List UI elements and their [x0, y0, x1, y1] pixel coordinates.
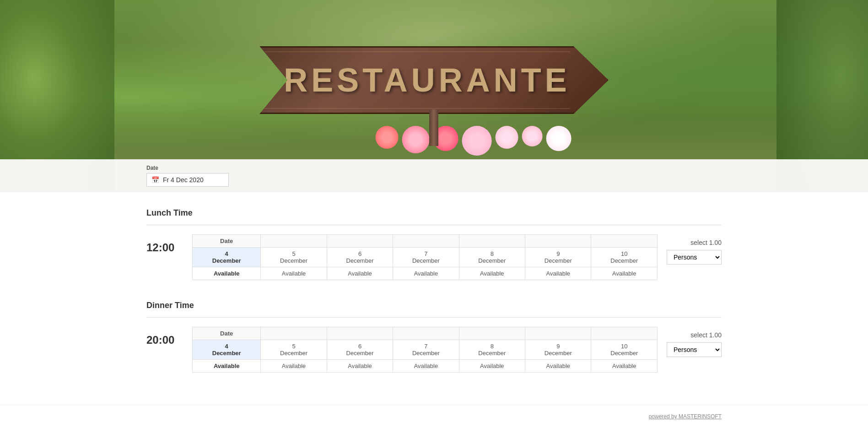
lunch-day-10[interactable]: 10December	[591, 248, 658, 267]
lunch-col-header-2	[327, 235, 393, 248]
dinner-time-label: 20:00	[146, 327, 183, 346]
lunch-day-7[interactable]: 7December	[393, 248, 459, 267]
lunch-col-header-3	[393, 235, 459, 248]
dinner-day-10[interactable]: 10December	[591, 340, 658, 360]
dinner-day-5[interactable]: 5December	[261, 340, 327, 360]
dinner-col-header-5	[525, 327, 591, 340]
lunch-calendar-table: Date 4December 5December 6December	[192, 234, 658, 280]
lunch-col-header-6	[591, 235, 658, 248]
lunch-status-8[interactable]: Available	[459, 267, 525, 280]
date-overlay: Date 📅 Fr 4 Dec 2020	[0, 159, 868, 192]
lunch-status-row: Available Available Available Available …	[193, 267, 658, 280]
lunch-day-4[interactable]: 4December	[193, 248, 261, 267]
dinner-status-row: Available Available Available Available …	[193, 360, 658, 373]
lunch-status-6[interactable]: Available	[327, 267, 393, 280]
restaurant-sign: RESTAURANTE	[259, 46, 609, 114]
dinner-status-7[interactable]: Available	[393, 360, 459, 373]
dinner-select-section: select 1.00 Persons 1 2 3 4 5 6	[667, 327, 722, 357]
lunch-day-6[interactable]: 6December	[327, 248, 393, 267]
dinner-calendar-table: Date 4December 5December 6December	[192, 327, 658, 373]
dinner-col-header-2	[327, 327, 393, 340]
dinner-col-header-1	[261, 327, 327, 340]
lunch-time-row: 12:00 Date 4December	[146, 234, 722, 280]
lunch-status-4[interactable]: Available	[193, 267, 261, 280]
lunch-section-title: Lunch Time	[146, 201, 722, 225]
lunch-day-5[interactable]: 5December	[261, 248, 327, 267]
dinner-day-7[interactable]: 7December	[393, 340, 459, 360]
dinner-status-10[interactable]: Available	[591, 360, 658, 373]
powered-by-link[interactable]: powered by MASTERINSOFT	[649, 413, 722, 420]
lunch-day-9[interactable]: 9December	[525, 248, 591, 267]
lunch-status-5[interactable]: Available	[261, 267, 327, 280]
lunch-select-label: select 1.00	[690, 239, 722, 246]
dinner-day-4[interactable]: 4December	[193, 340, 261, 360]
lunch-col-header-1	[261, 235, 327, 248]
lunch-day-row: 4December 5December 6December 7December …	[193, 248, 658, 267]
dinner-select-label: select 1.00	[690, 331, 722, 339]
date-field-label: Date	[146, 165, 722, 171]
lunch-col-header-5	[525, 235, 591, 248]
dinner-day-6[interactable]: 6December	[327, 340, 393, 360]
lunch-persons-select[interactable]: Persons 1 2 3 4 5 6	[667, 250, 722, 265]
dinner-col-header-3	[393, 327, 459, 340]
sign-pole	[429, 109, 438, 146]
footer: powered by MASTERINSOFT	[0, 405, 868, 422]
lunch-section: Lunch Time 12:00 Date	[146, 201, 722, 280]
lunch-status-7[interactable]: Available	[393, 267, 459, 280]
calendar-icon: 📅	[151, 176, 159, 184]
dinner-status-5[interactable]: Available	[261, 360, 327, 373]
dinner-status-8[interactable]: Available	[459, 360, 525, 373]
dinner-section: Dinner Time 20:00 Date	[146, 294, 722, 373]
lunch-time-label: 12:00	[146, 234, 183, 254]
lunch-status-10[interactable]: Available	[591, 267, 658, 280]
dinner-section-title: Dinner Time	[146, 294, 722, 318]
dinner-day-row: 4December 5December 6December 7December …	[193, 340, 658, 360]
dinner-time-row: 20:00 Date 4December	[146, 327, 722, 373]
lunch-status-9[interactable]: Available	[525, 267, 591, 280]
lunch-select-section: select 1.00 Persons 1 2 3 4 5 6	[667, 234, 722, 265]
dinner-date-header: Date	[193, 327, 261, 340]
dinner-day-8[interactable]: 8December	[459, 340, 525, 360]
dinner-status-6[interactable]: Available	[327, 360, 393, 373]
lunch-col-header-4	[459, 235, 525, 248]
date-input[interactable]: 📅 Fr 4 Dec 2020	[146, 173, 229, 187]
dinner-status-4[interactable]: Available	[193, 360, 261, 373]
lunch-day-8[interactable]: 8December	[459, 248, 525, 267]
dinner-col-header-4	[459, 327, 525, 340]
main-content: Lunch Time 12:00 Date	[0, 192, 868, 405]
dinner-persons-select[interactable]: Persons 1 2 3 4 5 6	[667, 342, 722, 357]
lunch-date-header: Date	[193, 235, 261, 248]
sign-container: RESTAURANTE	[259, 46, 609, 146]
date-value: Fr 4 Dec 2020	[163, 176, 204, 184]
dinner-status-9[interactable]: Available	[525, 360, 591, 373]
dinner-day-9[interactable]: 9December	[525, 340, 591, 360]
hero-banner: RESTAURANTE Date 📅 Fr 4 Dec 2020	[0, 0, 868, 192]
dinner-col-header-6	[591, 327, 658, 340]
